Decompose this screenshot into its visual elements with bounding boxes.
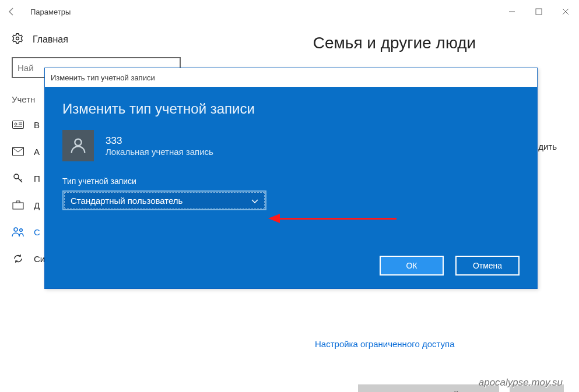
ok-button[interactable]: ОК	[380, 256, 444, 276]
dialog-heading: Изменить тип учетной записи	[62, 101, 520, 117]
svg-point-8	[14, 174, 19, 179]
close-icon	[562, 8, 569, 15]
svg-rect-1	[536, 9, 542, 15]
person-card-icon	[12, 121, 24, 129]
window-titlebar: Параметры	[0, 0, 579, 23]
window-controls	[499, 0, 579, 23]
dialog-user-row: 333 Локальная учетная запись	[62, 130, 520, 161]
arrow-left-icon	[7, 7, 16, 16]
dialog-body: Изменить тип учетной записи 333 Локальна…	[45, 87, 537, 288]
window-title: Параметры	[23, 8, 499, 16]
svg-point-3	[15, 123, 17, 125]
account-name: 333	[106, 135, 213, 147]
gear-icon	[12, 33, 23, 47]
mail-icon	[12, 147, 24, 156]
svg-rect-9	[13, 203, 23, 209]
sidebar-item-label: А	[34, 147, 40, 157]
svg-point-10	[14, 228, 17, 231]
sidebar-item-label: С	[34, 227, 40, 237]
truncated-text: дить	[538, 142, 557, 151]
maximize-button[interactable]	[525, 0, 552, 23]
watermark: apocalypse.moy.su	[479, 377, 563, 389]
maximize-icon	[535, 8, 542, 15]
dialog-caption: Изменить тип учетной записи	[45, 68, 537, 87]
sidebar-item-label: Д	[34, 200, 40, 210]
sidebar-item-label: В	[34, 120, 40, 130]
back-button[interactable]	[0, 7, 23, 16]
change-account-type-dialog: Изменить тип учетной записи Изменить тип…	[44, 68, 538, 289]
svg-point-11	[20, 229, 23, 232]
restricted-access-link[interactable]: Настройка ограниченного доступа	[315, 339, 455, 349]
sidebar-item-label: П	[34, 174, 40, 183]
cancel-button[interactable]: Отмена	[455, 256, 520, 276]
chevron-down-icon	[251, 196, 258, 206]
minimize-button[interactable]	[499, 0, 525, 23]
close-button[interactable]	[552, 0, 579, 23]
account-type-field-label: Тип учетной записи	[62, 176, 520, 186]
account-sublabel: Локальная учетная запись	[106, 147, 213, 157]
sync-icon	[12, 253, 24, 264]
minimize-icon	[508, 8, 515, 15]
sidebar-home[interactable]: Главная	[12, 33, 210, 47]
page-title: Семья и другие люди	[227, 34, 562, 52]
account-type-dropdown[interactable]: Стандартный пользователь	[62, 190, 266, 210]
person-icon	[68, 136, 88, 156]
people-icon	[12, 227, 24, 237]
dropdown-value: Стандартный пользователь	[71, 196, 183, 206]
key-icon	[12, 172, 24, 184]
briefcase-icon	[12, 200, 24, 210]
sidebar-home-label: Главная	[33, 34, 68, 45]
svg-point-12	[75, 139, 81, 146]
search-placeholder: Най	[17, 63, 34, 73]
avatar	[62, 130, 94, 161]
